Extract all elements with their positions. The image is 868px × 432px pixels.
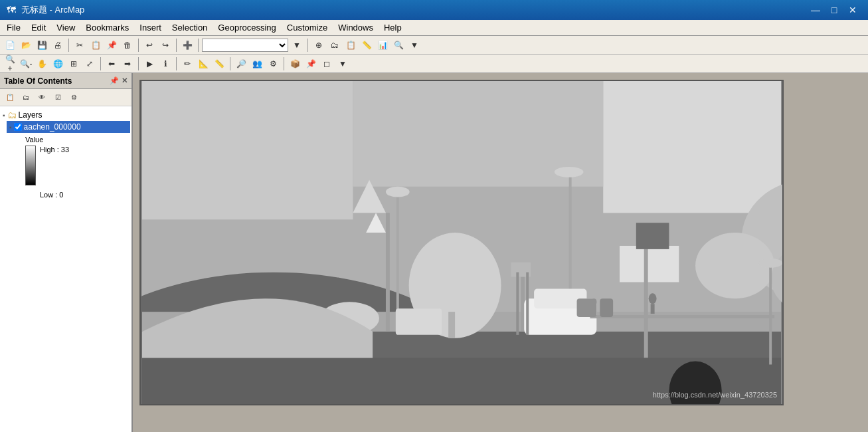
svg-rect-46 [577, 298, 597, 317]
map-scene [141, 81, 782, 404]
maximize-button[interactable]: □ [825, 3, 843, 17]
svg-rect-45 [590, 315, 774, 318]
info-button[interactable]: ℹ [158, 56, 173, 71]
editor-btn[interactable]: ⊕ [311, 38, 326, 53]
new-button[interactable]: 📄 [3, 38, 17, 53]
svg-rect-42 [526, 272, 529, 335]
toc-header: Table Of Contents 📌 ✕ [0, 73, 131, 89]
legend-gradient [25, 146, 36, 185]
open-button[interactable]: 📂 [19, 38, 33, 53]
toc-pin-button[interactable]: 📌 [110, 76, 119, 85]
svg-rect-17 [396, 193, 399, 325]
toc-content: ▪ 🗂 Layers ▪ aachen_000000 Value [0, 106, 131, 432]
svg-rect-28 [636, 223, 669, 249]
search-btn[interactable]: 🔍 [391, 38, 406, 53]
go-to-xy-button[interactable]: 👥 [250, 56, 264, 71]
toolbar2-sep-1 [100, 57, 101, 70]
toc-options[interactable]: ⚙ [66, 90, 81, 105]
app-icon: 🗺 [7, 5, 16, 15]
menu-view[interactable]: View [51, 21, 80, 34]
toc-list-by-visibility[interactable]: 👁 [35, 90, 49, 105]
svg-rect-23 [396, 308, 442, 335]
time-slider-button[interactable]: ⚙ [266, 56, 280, 71]
identify-btn[interactable]: 📋 [343, 38, 358, 53]
fixed-zoom-out-button[interactable]: ⤢ [82, 56, 97, 71]
scale-dropdown-btn[interactable]: ▼ [290, 38, 304, 53]
toolbar-sep-2 [138, 39, 139, 52]
map-canvas[interactable]: https://blog.csdn.net/weixin_43720325 [133, 73, 868, 432]
more-btn[interactable]: ▼ [407, 38, 422, 53]
select-button[interactable]: ▶ [142, 56, 157, 71]
group-expand-icon: ▪ [3, 112, 5, 119]
edit-vertices-button[interactable]: ✏ [180, 56, 195, 71]
toc-group-header[interactable]: ▪ 🗂 Layers [1, 109, 130, 121]
next-extent-button[interactable]: ➡ [120, 56, 135, 71]
add-data-button[interactable]: ➕ [180, 38, 195, 53]
save-button[interactable]: 💾 [35, 38, 49, 53]
svg-rect-47 [600, 298, 613, 317]
menu-edit[interactable]: Edit [26, 21, 51, 34]
find-button[interactable]: 🔎 [234, 56, 248, 71]
pan-button[interactable]: ✋ [35, 56, 49, 71]
paste-button[interactable]: 📌 [104, 38, 119, 53]
layer-btn[interactable]: 🗂 [327, 38, 342, 53]
cut-button[interactable]: ✂ [72, 38, 87, 53]
menu-windows[interactable]: Windows [333, 21, 379, 34]
toc-toolbar: 📋 🗂 👁 ☑ ⚙ [0, 89, 131, 106]
toolbar-sep-1 [68, 39, 69, 52]
undo-button[interactable]: ↩ [142, 38, 157, 53]
svg-rect-1 [142, 81, 353, 219]
layer-expand-icon: ▪ [9, 124, 12, 131]
print-button[interactable]: 🖨 [50, 38, 65, 53]
toc-list-by-source[interactable]: 🗂 [19, 90, 33, 105]
legend-value-label: Value [25, 136, 130, 144]
copy-button[interactable]: 📋 [88, 38, 103, 53]
menu-selection[interactable]: Selection [167, 21, 213, 34]
task-manager-button[interactable]: 📦 [288, 56, 302, 71]
svg-rect-9 [448, 312, 455, 338]
toolbar-sep-4 [198, 39, 199, 52]
toc-title: Table Of Contents [4, 76, 72, 86]
toc-list-by-drawing-order[interactable]: 📋 [3, 90, 17, 105]
fixed-zoom-in-button[interactable]: ⊞ [66, 56, 81, 71]
scale-dropdown[interactable] [202, 39, 288, 52]
menu-insert[interactable]: Insert [134, 21, 167, 34]
layer-visibility-checkbox[interactable] [14, 123, 22, 131]
measure-btn[interactable]: 📏 [359, 38, 374, 53]
delete-button[interactable]: 🗑 [120, 38, 135, 53]
redo-button[interactable]: ↪ [158, 38, 173, 53]
toc-group-layers: ▪ 🗂 Layers ▪ aachen_000000 Value [1, 109, 130, 201]
toc-close-button[interactable]: ✕ [122, 76, 128, 85]
chart-btn[interactable]: 📊 [375, 38, 390, 53]
svg-rect-30 [651, 304, 655, 314]
menu-geoprocessing[interactable]: Geoprocessing [213, 21, 281, 34]
results-button[interactable]: ◻ [319, 56, 334, 71]
toolbar-sep-5 [307, 39, 308, 52]
main-area: Table Of Contents 📌 ✕ 📋 🗂 👁 ☑ ⚙ ▪ 🗂 Laye… [0, 73, 868, 432]
close-button[interactable]: ✕ [844, 3, 861, 17]
menu-bookmarks[interactable]: Bookmarks [80, 21, 134, 34]
layer-name-label: aachen_000000 [24, 122, 81, 132]
minimize-button[interactable]: — [807, 3, 824, 17]
toolbar-sep-3 [176, 39, 177, 52]
menu-help[interactable]: Help [379, 21, 407, 34]
svg-point-38 [758, 259, 782, 268]
svg-rect-41 [516, 272, 519, 335]
measure-tool-button[interactable]: 📏 [212, 56, 226, 71]
map-viewport: https://blog.csdn.net/weixin_43720325 [139, 80, 784, 405]
prev-extent-button[interactable]: ⬅ [104, 56, 119, 71]
zoom-out-button[interactable]: 🔍- [19, 56, 33, 71]
history-button[interactable]: 📌 [304, 56, 318, 71]
more2-button[interactable]: ▼ [335, 56, 350, 71]
layer-row-aachen[interactable]: ▪ aachen_000000 [7, 121, 130, 133]
toc-list-by-selection[interactable]: ☑ [50, 90, 65, 105]
menu-file[interactable]: File [1, 21, 26, 34]
toolbar2-sep-4 [230, 57, 230, 70]
full-extent-button[interactable]: 🌐 [50, 56, 65, 71]
watermark: https://blog.csdn.net/weixin_43720325 [653, 391, 777, 399]
menu-customize[interactable]: Customize [282, 21, 333, 34]
svg-point-18 [386, 187, 410, 197]
toc-controls: 📌 ✕ [110, 76, 128, 85]
zoom-in-button[interactable]: 🔍+ [3, 56, 17, 71]
edit-annotation-button[interactable]: 📐 [196, 56, 211, 71]
